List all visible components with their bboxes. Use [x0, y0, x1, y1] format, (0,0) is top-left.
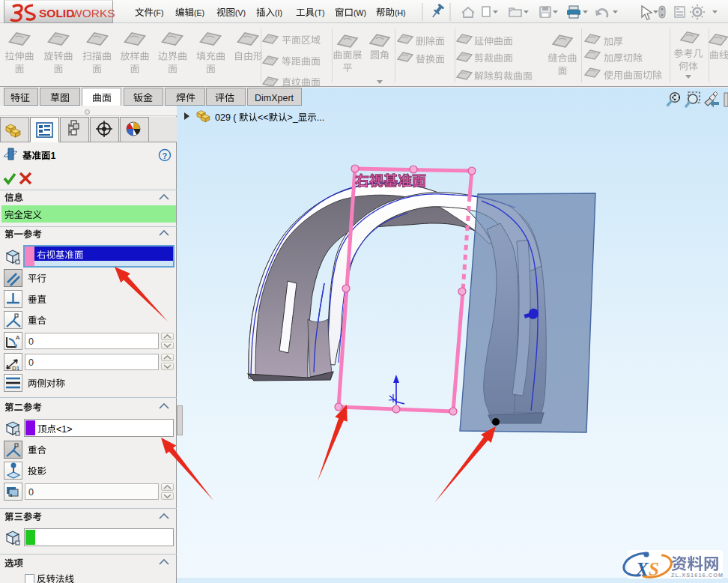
svg-text:(F): (F): [154, 8, 163, 17]
svg-text:SOLID: SOLID: [39, 7, 74, 19]
svg-text:<1>: <1>: [56, 424, 73, 435]
svg-text:(I): (I): [275, 8, 282, 17]
svg-text:S: S: [649, 559, 659, 579]
svg-text:D1: D1: [12, 365, 20, 372]
svg-text:0: 0: [28, 336, 34, 347]
svg-text:A: A: [16, 334, 20, 341]
svg-text:X: X: [635, 559, 649, 579]
svg-text:(W): (W): [354, 8, 366, 17]
svg-text:(E): (E): [194, 8, 204, 17]
svg-text:029 (: 029 (: [215, 112, 237, 123]
svg-text:(H): (H): [395, 8, 406, 17]
svg-text:...: ...: [317, 112, 324, 123]
svg-text:1: 1: [51, 151, 56, 161]
svg-text:0: 0: [28, 487, 34, 498]
svg-text:>_: >_: [288, 112, 299, 123]
svg-text:0: 0: [28, 357, 34, 368]
svg-text:ZL.XS1616.COM: ZL.XS1616.COM: [671, 572, 724, 579]
svg-text:?: ?: [163, 151, 168, 160]
svg-text:(V): (V): [235, 8, 246, 17]
svg-text:<<: <<: [258, 112, 269, 123]
svg-text:(T): (T): [315, 8, 324, 17]
svg-text:WORKS: WORKS: [71, 7, 115, 19]
svg-text:DimXpert: DimXpert: [255, 93, 294, 103]
